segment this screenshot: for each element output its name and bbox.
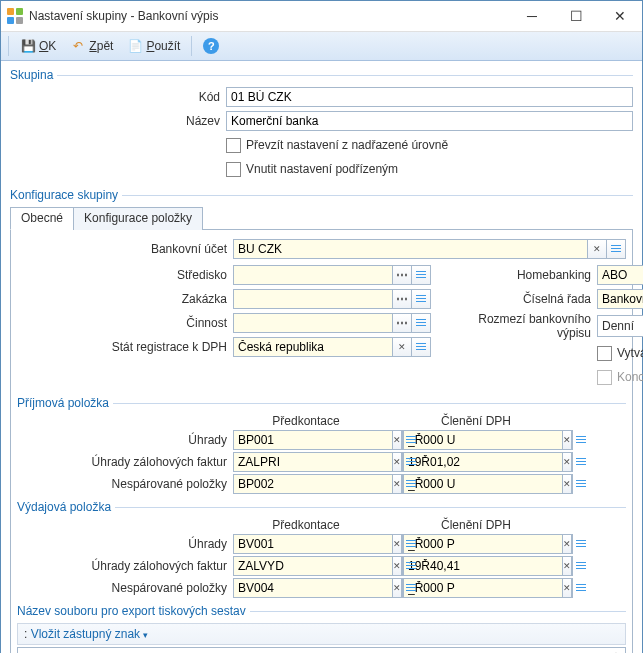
nesparovane-pk-input[interactable] xyxy=(233,578,393,598)
homebanking-input[interactable] xyxy=(597,265,643,285)
tab-konfigurace-polozky[interactable]: Konfigurace položky xyxy=(73,207,203,230)
lookup-button[interactable] xyxy=(401,430,403,450)
lookup-button[interactable] xyxy=(401,556,403,576)
nesparovane-dph-input[interactable] xyxy=(403,474,563,494)
lookup-button[interactable] xyxy=(571,474,573,494)
zakazka-input[interactable] xyxy=(233,289,393,309)
tab-obecne[interactable]: Obecné xyxy=(10,207,74,230)
browse-button[interactable] xyxy=(392,313,412,333)
browse-button[interactable] xyxy=(392,289,412,309)
uhrady-pk-input[interactable] xyxy=(233,534,393,554)
kod-input[interactable] xyxy=(226,87,633,107)
stredisko-label: Středisko xyxy=(17,268,233,282)
stat-input[interactable] xyxy=(233,337,393,357)
nesparovane-dph-input[interactable] xyxy=(403,578,563,598)
group-title: Příjmová položka xyxy=(17,396,113,410)
lookup-button[interactable] xyxy=(571,578,573,598)
nazev-label: Název xyxy=(10,114,226,128)
lookup-button[interactable] xyxy=(411,289,431,309)
lookup-button[interactable] xyxy=(401,474,403,494)
help-icon: ? xyxy=(203,38,219,54)
group-title: Název souboru pro export tiskových sesta… xyxy=(17,604,250,618)
undo-icon: ↶ xyxy=(70,38,86,54)
close-button[interactable]: ✕ xyxy=(598,1,642,31)
header-cleneni-dph: Členění DPH xyxy=(397,518,555,532)
rozmezi-select[interactable]: Denní xyxy=(597,315,643,337)
lookup-button[interactable] xyxy=(571,534,573,554)
tab-pane: Bankovní účet Středisko Zakázka Činnost … xyxy=(10,230,633,653)
insert-placeholder-bar: : Vložit zástupný znak xyxy=(17,623,626,645)
clear-button[interactable] xyxy=(587,239,607,259)
zalohy-label: Úhrady zálohových faktur xyxy=(17,559,233,573)
maximize-button[interactable]: ☐ xyxy=(554,1,598,31)
lookup-button[interactable] xyxy=(571,430,573,450)
uhrady-dph-input[interactable] xyxy=(403,430,563,450)
ciselna-rada-input[interactable] xyxy=(597,289,643,309)
save-icon: 💾 xyxy=(20,38,36,54)
stat-label: Stát registrace k DPH xyxy=(17,340,233,354)
uhrady-dph-input[interactable] xyxy=(403,534,563,554)
window-title: Nastavení skupiny - Bankovní výpis xyxy=(29,9,510,23)
zalohy-label: Úhrady zálohových faktur xyxy=(17,455,233,469)
zakazka-label: Zakázka xyxy=(17,292,233,306)
insert-placeholder-link[interactable]: Vložit zástupný znak xyxy=(31,627,148,641)
back-button[interactable]: ↶Zpět xyxy=(64,35,119,57)
lookup-button[interactable] xyxy=(401,578,403,598)
ok-button[interactable]: 💾OOKK xyxy=(14,35,62,57)
clear-button[interactable] xyxy=(392,337,412,357)
app-icon xyxy=(7,8,23,24)
tabs: Obecné Konfigurace položky xyxy=(10,206,633,230)
ciselna-rada-label: Číselná řada xyxy=(441,292,597,306)
uhrady-pk-input[interactable] xyxy=(233,430,393,450)
cinnost-input[interactable] xyxy=(233,313,393,333)
zalohy-dph-input[interactable] xyxy=(403,556,563,576)
nazev-input[interactable] xyxy=(226,111,633,131)
apply-icon: 📄 xyxy=(127,38,143,54)
zalohy-pk-input[interactable] xyxy=(233,452,393,472)
cinnost-label: Činnost xyxy=(17,316,233,330)
lookup-button[interactable] xyxy=(411,265,431,285)
header-predkontace: Předkontace xyxy=(227,414,385,428)
stredisko-input[interactable] xyxy=(233,265,393,285)
group-skupina: Skupina Kód Název Převzít nastavení z na… xyxy=(9,65,634,183)
zalohy-dph-input[interactable] xyxy=(403,452,563,472)
export-expression-input[interactable]: <sestava>-<cislodokladu>_VS<variabilnisy… xyxy=(17,647,626,653)
group-title: Skupina xyxy=(10,68,57,82)
titlebar: Nastavení skupiny - Bankovní výpis ─ ☐ ✕ xyxy=(1,1,642,32)
lookup-button[interactable] xyxy=(401,452,403,472)
window: Nastavení skupiny - Bankovní výpis ─ ☐ ✕… xyxy=(0,0,643,653)
vytvaret-koncepty-checkbox[interactable]: Vytvářet koncepty xyxy=(597,346,643,361)
minimize-button[interactable]: ─ xyxy=(510,1,554,31)
header-cleneni-dph: Členění DPH xyxy=(397,414,555,428)
uhrady-label: Úhrady xyxy=(17,537,233,551)
kod-label: Kód xyxy=(10,90,226,104)
group-title: Výdajová položka xyxy=(17,500,115,514)
force-checkbox[interactable]: Vnutit nastavení podřízeným xyxy=(226,162,398,177)
koncepty-bez-cisla-checkbox: Koncepty bez čísla xyxy=(597,370,643,385)
nesparovane-pk-input[interactable] xyxy=(233,474,393,494)
bankovni-ucet-input[interactable] xyxy=(233,239,588,259)
homebanking-label: Homebanking xyxy=(441,268,597,282)
inherit-checkbox[interactable]: Převzít nastavení z nadřazené úrovně xyxy=(226,138,448,153)
bankovni-ucet-label: Bankovní účet xyxy=(17,242,233,256)
apply-button[interactable]: 📄Použít xyxy=(121,35,186,57)
group-title: Konfigurace skupiny xyxy=(10,188,122,202)
group-konfigurace: Konfigurace skupiny Obecné Konfigurace p… xyxy=(9,185,634,653)
browse-button[interactable] xyxy=(392,265,412,285)
lookup-button[interactable] xyxy=(401,534,403,554)
lookup-button[interactable] xyxy=(411,313,431,333)
zalohy-pk-input[interactable] xyxy=(233,556,393,576)
header-predkontace: Předkontace xyxy=(227,518,385,532)
help-button[interactable]: ? xyxy=(197,35,225,57)
uhrady-label: Úhrady xyxy=(17,433,233,447)
nesparovane-label: Nespárované položky xyxy=(17,581,233,595)
lookup-button[interactable] xyxy=(571,556,573,576)
nesparovane-label: Nespárované položky xyxy=(17,477,233,491)
toolbar: 💾OOKK ↶Zpět 📄Použít ? xyxy=(1,32,642,61)
lookup-button[interactable] xyxy=(606,239,626,259)
lookup-button[interactable] xyxy=(411,337,431,357)
rozmezi-label: Rozmezí bankovního výpisu xyxy=(441,312,597,340)
lookup-button[interactable] xyxy=(571,452,573,472)
